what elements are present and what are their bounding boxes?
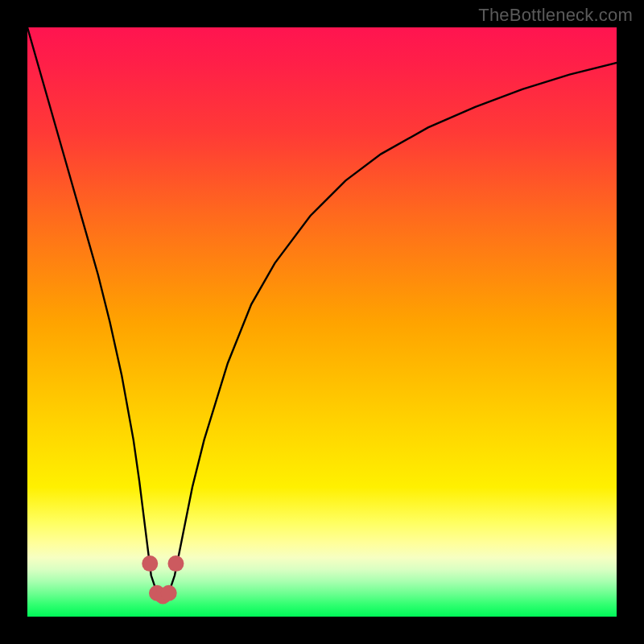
chart-frame: TheBottleneck.com — [0, 0, 644, 644]
shoulder-marker-right — [167, 555, 184, 572]
min-marker-right — [161, 585, 177, 601]
plot-area — [27, 27, 617, 617]
minimum-markers — [142, 555, 184, 604]
bottleneck-curve — [27, 27, 617, 596]
shoulder-marker-left — [142, 555, 158, 572]
watermark-text: TheBottleneck.com — [478, 5, 633, 26]
curve-layer — [27, 27, 617, 617]
